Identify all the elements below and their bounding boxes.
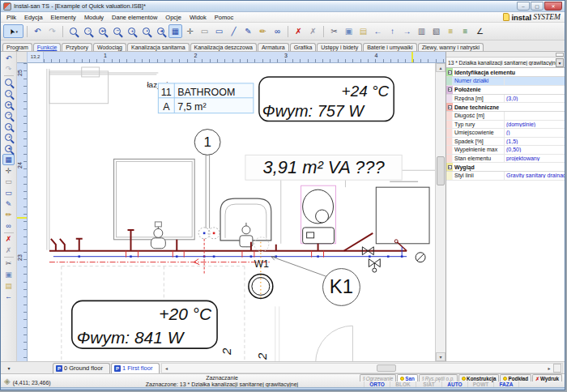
- horizontal-scroll-thumb[interactable]: [377, 364, 396, 372]
- data-table-toggle[interactable]: ▦: [2, 154, 15, 165]
- minimize-button[interactable]: –: [517, 2, 530, 11]
- layer-back-button[interactable]: ▧: [429, 24, 443, 38]
- shower-tray[interactable]: [114, 159, 195, 239]
- splitter-grip[interactable]: [553, 364, 561, 373]
- property-section-header[interactable]: Wygląd: [446, 163, 565, 172]
- move-left-button[interactable]: ←: [2, 291, 15, 302]
- zoom-increase-tool[interactable]: +: [125, 24, 139, 38]
- property-row[interactable]: Stan elementuprojektowany: [446, 155, 565, 164]
- move-left-button[interactable]: ←: [371, 24, 385, 38]
- property-value[interactable]: Gravity sanitary drainage: [505, 173, 565, 178]
- drawing-canvas[interactable]: 2 2: [28, 63, 435, 361]
- menu-item[interactable]: Opcje: [161, 14, 185, 21]
- select-rect-add-tool[interactable]: ▭: [212, 24, 226, 38]
- paste-button[interactable]: ▤: [356, 24, 370, 38]
- zoom-out-tool[interactable]: [66, 24, 80, 38]
- chevron-down-icon[interactable]: ▼: [556, 58, 564, 67]
- tab-program[interactable]: Program: [2, 43, 32, 51]
- zoom-increase-tool[interactable]: +: [2, 121, 15, 133]
- menu-item[interactable]: Widok: [185, 14, 211, 21]
- element-type-selector[interactable]: 13 * Działka kanalizacji sanitarnej graw…: [446, 58, 565, 68]
- layer-tab-rys-pętli-o-p-[interactable]: Rys.pętli o.p.: [419, 374, 458, 381]
- shower-valve[interactable]: [151, 222, 165, 249]
- sheet-tab-0-ground-floor[interactable]: P0 Ground floor: [53, 363, 110, 373]
- menu-item[interactable]: Pomoc: [211, 14, 237, 21]
- washbasin[interactable]: [220, 198, 271, 247]
- pen-special-tool[interactable]: ✏: [2, 209, 15, 220]
- property-row[interactable]: Umiejscowienie(): [446, 129, 565, 138]
- property-value[interactable]: (domyślnie): [505, 121, 565, 127]
- tab-funkcje[interactable]: Funkcje: [33, 43, 62, 51]
- zoom-selection-tool[interactable]: ◂: [2, 143, 15, 155]
- heat-demand-box-bathroom[interactable]: +24 °C Фwym: 757 W: [259, 77, 394, 121]
- water-supply-pipe[interactable]: [53, 247, 407, 258]
- layer-front-button[interactable]: ▥: [415, 24, 428, 38]
- delete-special-tool[interactable]: ✗: [306, 24, 320, 38]
- collapse-icon[interactable]: [448, 70, 452, 75]
- scroll-right-icon[interactable]: ▸: [545, 365, 553, 371]
- stack-k1[interactable]: K1: [271, 257, 360, 306]
- zoom-decrease-tool[interactable]: −: [2, 110, 15, 121]
- cut-button[interactable]: ✂: [327, 24, 341, 38]
- pump-symbol[interactable]: [416, 253, 425, 262]
- move-right-button[interactable]: →: [400, 24, 414, 38]
- undo-button[interactable]: ↶: [31, 24, 45, 38]
- toilet[interactable]: [301, 185, 336, 244]
- room-label-table[interactable]: 11 BATHROOM A 7,5 m²: [158, 83, 254, 113]
- zoom-previous-tool[interactable]: ↩: [96, 24, 109, 38]
- scroll-up-icon[interactable]: ▴: [436, 63, 446, 72]
- scroll-down-icon[interactable]: ▾: [436, 352, 446, 361]
- zoom-page-tool[interactable]: ▪: [2, 132, 15, 143]
- property-section-header[interactable]: Dane techniczne: [446, 103, 565, 112]
- layer-tab-ogrzewanie[interactable]: Ogrzewanie: [360, 374, 396, 381]
- paste-button[interactable]: ▤: [2, 280, 15, 292]
- zoom-decrease-tool[interactable]: −: [110, 24, 124, 38]
- property-value[interactable]: projektowany: [505, 156, 565, 161]
- close-button[interactable]: ✕: [544, 2, 562, 11]
- property-value[interactable]: (): [505, 130, 565, 135]
- riser-w1[interactable]: W1: [249, 258, 273, 299]
- tab-kanalizacja-deszczowa[interactable]: Kanalizacja deszczowa: [190, 43, 257, 51]
- collapse-icon[interactable]: [448, 105, 452, 109]
- polyline-tool[interactable]: ∠: [473, 24, 487, 38]
- cut-button[interactable]: ✂: [2, 258, 15, 270]
- property-row[interactable]: Wypełnienie max(0,50): [446, 146, 565, 155]
- property-row[interactable]: Numer działki: [446, 77, 565, 86]
- tab-grafika[interactable]: Grafika: [290, 43, 317, 51]
- layer-tab-wydruk[interactable]: Wydruk: [532, 374, 562, 381]
- zoom-out-tool[interactable]: [2, 77, 15, 88]
- canvas-horizontal-scrollbar[interactable]: ◂ ▸: [161, 363, 563, 373]
- select-tool[interactable]: ➤▾: [3, 24, 23, 38]
- move-up-button[interactable]: ↑: [386, 24, 399, 38]
- delete-tool[interactable]: ✗: [292, 24, 305, 38]
- toolbar-overflow-icon[interactable]: ▾: [1, 365, 17, 371]
- riser-node-1[interactable]: 1: [194, 130, 220, 228]
- menu-item[interactable]: Elementy: [47, 14, 80, 21]
- layer-tab-konstrukcja[interactable]: Konstrukcja: [458, 374, 499, 381]
- scroll-left-icon[interactable]: ◂: [162, 365, 170, 371]
- redo-button[interactable]: ↷: [45, 24, 59, 38]
- tab-przybory[interactable]: Przybory: [62, 43, 92, 51]
- align-lines-button[interactable]: ≡: [444, 24, 458, 38]
- zoom-window-tool[interactable]: ▫: [2, 88, 15, 100]
- property-row[interactable]: Styl liniiGravity sanitary drainage: [446, 172, 565, 181]
- menu-item[interactable]: Plik: [2, 14, 20, 21]
- tab-baterie-i-umywalki[interactable]: Baterie i umywalki: [363, 43, 416, 51]
- zoom-previous-tool[interactable]: ↩: [2, 99, 15, 110]
- vertical-scroll-thumb[interactable]: [437, 156, 445, 185]
- pan-tool[interactable]: ✛: [183, 24, 197, 38]
- pipe-junction-points[interactable]: [198, 228, 220, 239]
- find-tool[interactable]: ∞: [271, 24, 284, 38]
- zoom-window-tool[interactable]: ▫: [81, 24, 95, 38]
- pen-tool[interactable]: ✎: [241, 24, 255, 38]
- heat-demand-box-lower[interactable]: +20 °C Фwym: 841 W: [72, 300, 217, 348]
- tab-zlewy-wanny-i-natryski[interactable]: Zlewy, wanny i natryski: [418, 43, 484, 51]
- property-row[interactable]: Długość [m]: [446, 112, 565, 121]
- property-value[interactable]: (0,50): [505, 147, 565, 152]
- sheet-tab-1-first-floor[interactable]: P1 First floor: [111, 363, 160, 373]
- copy-button[interactable]: ▣: [2, 269, 15, 280]
- menu-item[interactable]: Edycja: [20, 14, 47, 21]
- pan-tool[interactable]: ✛: [2, 165, 15, 177]
- pen-special-tool[interactable]: ✏: [256, 24, 270, 38]
- maximize-button[interactable]: ▢: [531, 2, 544, 11]
